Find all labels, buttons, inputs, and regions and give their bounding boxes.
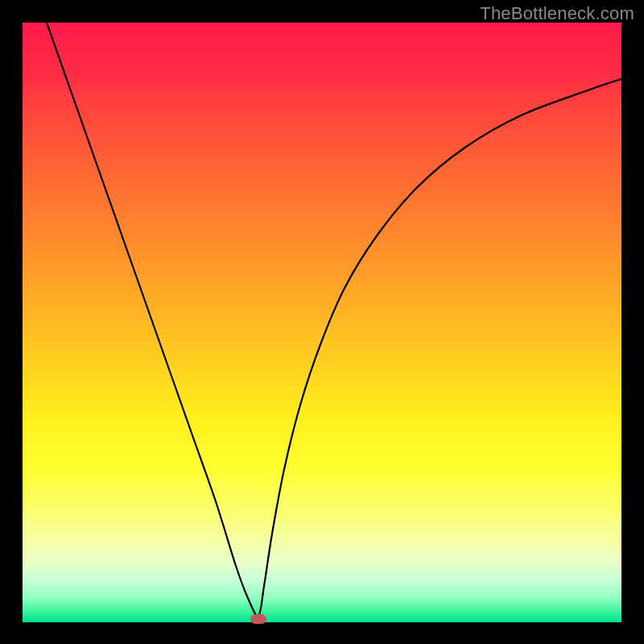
optimal-point-marker	[250, 614, 266, 624]
watermark-text: TheBottleneck.com	[480, 3, 634, 24]
chart-frame	[23, 23, 621, 622]
bottleneck-curve	[23, 23, 621, 622]
